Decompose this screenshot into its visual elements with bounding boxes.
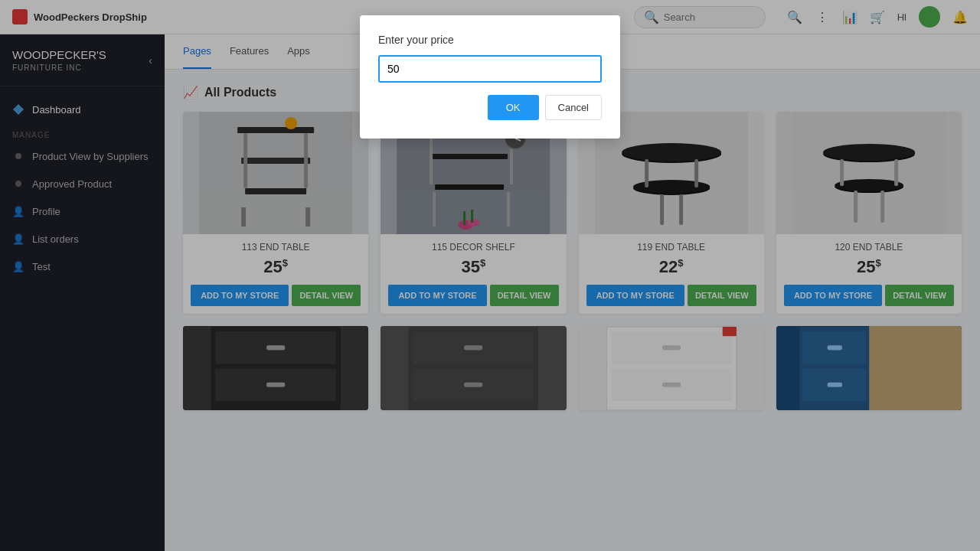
modal-ok-button[interactable]: OK xyxy=(488,95,539,120)
modal-cancel-button[interactable]: Cancel xyxy=(545,95,602,120)
price-modal: Enter your price OK Cancel xyxy=(360,15,620,139)
modal-overlay: Enter your price OK Cancel xyxy=(0,0,980,551)
price-input[interactable] xyxy=(378,55,602,83)
modal-actions: OK Cancel xyxy=(378,95,602,120)
modal-title: Enter your price xyxy=(378,34,602,46)
